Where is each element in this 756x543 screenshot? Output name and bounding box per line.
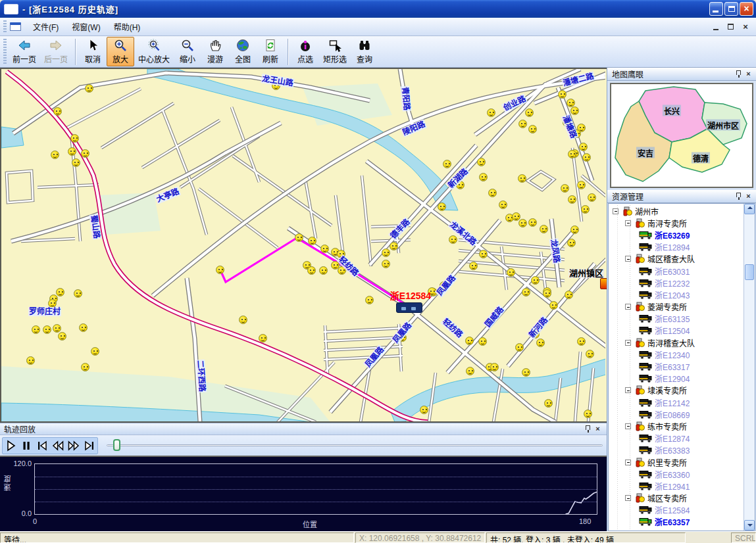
tree-vehicle-浙E63031[interactable]: 浙E63031	[609, 265, 743, 277]
restore-button[interactable]	[724, 2, 738, 16]
vehicle-position-smiley-icon[interactable]	[26, 356, 35, 365]
vehicle-position-smiley-icon[interactable]	[390, 242, 398, 250]
vehicle-position-smiley-icon[interactable]	[81, 149, 89, 158]
playback-step-end-button[interactable]	[82, 438, 97, 454]
overview-pin-button[interactable]	[734, 69, 743, 79]
playback-slider-thumb[interactable]	[113, 439, 120, 451]
scroll-up-button[interactable]	[744, 204, 755, 214]
vehicle-position-smiley-icon[interactable]	[561, 184, 569, 193]
vehicle-position-smiley-icon[interactable]	[465, 337, 474, 345]
tree-vehicle-浙E12941[interactable]: 浙E12941	[609, 480, 743, 492]
tree-vehicle-浙E63135[interactable]: 浙E63135	[609, 313, 743, 325]
vehicle-position-smiley-icon[interactable]	[584, 410, 592, 418]
tree-vehicle-浙E63357[interactable]: 浙E63357	[609, 516, 743, 528]
playback-slider-track[interactable]	[107, 444, 603, 446]
vehicle-position-smiley-icon[interactable]	[74, 289, 82, 298]
tree-vehicle-浙E12894[interactable]: 浙E12894	[609, 241, 743, 253]
vehicle-position-smiley-icon[interactable]	[568, 195, 576, 204]
vehicle-position-smiley-icon[interactable]	[70, 134, 79, 143]
tree-root-湖州市[interactable]: 湖州市	[609, 205, 743, 217]
tree-expander-icon[interactable]	[625, 340, 631, 346]
vehicle-position-smiley-icon[interactable]	[586, 350, 594, 358]
tree-expander-icon[interactable]	[625, 256, 631, 262]
toolbar-button-缩小[interactable]: 缩小	[174, 37, 201, 66]
mdi-minimize-button[interactable]	[711, 22, 722, 32]
scroll-down-button[interactable]	[744, 520, 755, 531]
vehicle-position-smiley-icon[interactable]	[528, 218, 537, 227]
vehicle-position-smiley-icon[interactable]	[469, 262, 478, 270]
vehicle-position-smiley-icon[interactable]	[579, 143, 588, 151]
tree-vehicle-浙E12504[interactable]: 浙E12504	[609, 325, 743, 337]
vehicle-position-smiley-icon[interactable]	[577, 181, 586, 189]
vehicle-position-smiley-icon[interactable]	[239, 316, 247, 324]
vehicle-position-smiley-icon[interactable]	[528, 125, 537, 133]
vehicle-position-smiley-icon[interactable]	[85, 84, 93, 93]
overview-map[interactable]: 长兴湖州市区安吉德清	[610, 83, 753, 188]
vehicle-position-smiley-icon[interactable]	[540, 225, 548, 233]
vehicle-position-smiley-icon[interactable]	[382, 260, 390, 268]
vehicle-position-smiley-icon[interactable]	[308, 237, 316, 245]
toolbar-button-前一页[interactable]: 前一页	[9, 37, 40, 66]
vehicle-position-smiley-icon[interactable]	[420, 406, 428, 414]
vehicle-position-smiley-icon[interactable]	[531, 276, 540, 285]
playback-fast-forward-button[interactable]	[66, 438, 82, 454]
map-viewport[interactable]: 龙王山路青阳路潘塘二路潘塘路创业路陵阳路新湖路大亭路蜀山路德丰路龙溪北路轻纺路轻…	[0, 68, 607, 423]
vehicle-position-smiley-icon[interactable]	[518, 120, 527, 128]
vehicle-position-smiley-icon[interactable]	[81, 363, 89, 371]
tree-expander-icon[interactable]	[625, 220, 631, 226]
tree-vehicle-浙E12874[interactable]: 浙E12874	[609, 433, 743, 444]
vehicle-position-smiley-icon[interactable]	[53, 107, 62, 116]
tree-group-城区稽查大队[interactable]: 城区稽查大队	[609, 253, 743, 265]
vehicle-position-smiley-icon[interactable]	[449, 235, 457, 244]
toolbar-button-矩形选[interactable]: 矩形选	[319, 37, 351, 66]
vehicle-position-smiley-icon[interactable]	[365, 296, 374, 304]
mdi-close-button[interactable]: ×	[740, 22, 751, 32]
tree-group-南浔专卖所[interactable]: 南浔专卖所	[609, 217, 743, 229]
scrollbar-thumb[interactable]	[745, 264, 754, 280]
tree-group-菱湖专卖所[interactable]: 菱湖专卖所	[609, 301, 743, 313]
vehicle-position-smiley-icon[interactable]	[570, 225, 579, 234]
tree-vehicle-浙E12904[interactable]: 浙E12904	[609, 373, 743, 385]
vehicle-position-smiley-icon[interactable]	[525, 108, 534, 117]
tree-vehicle-浙E12340[interactable]: 浙E12340	[609, 348, 743, 360]
tree-vehicle-浙E12584[interactable]: 浙E12584	[609, 504, 743, 516]
vehicle-position-smiley-icon[interactable]	[577, 337, 586, 346]
vehicle-position-smiley-icon[interactable]	[488, 189, 497, 197]
tree-vehicle-浙E09387[interactable]: 浙E09387	[609, 528, 743, 531]
vehicle-position-smiley-icon[interactable]	[53, 324, 61, 333]
vehicle-position-smiley-icon[interactable]	[382, 248, 390, 257]
tree-expander-icon[interactable]	[625, 460, 631, 465]
vehicle-position-smiley-icon[interactable]	[466, 367, 474, 375]
mdi-restore-button[interactable]	[726, 22, 736, 32]
toolbar-grip[interactable]	[3, 39, 7, 65]
playback-play-button[interactable]	[3, 438, 18, 454]
menubar-grip[interactable]	[3, 20, 7, 34]
tree-vehicle-浙E12142[interactable]: 浙E12142	[609, 396, 743, 408]
toolbar-button-放大[interactable]: 放大	[107, 37, 134, 66]
playback-rewind-button[interactable]	[50, 438, 66, 454]
toolbar-button-中心放大[interactable]: 中心放大	[134, 37, 174, 66]
vehicle-position-smiley-icon[interactable]	[79, 323, 88, 332]
tree-expander-icon[interactable]	[625, 387, 631, 393]
tree-group-练市专卖所[interactable]: 练市专卖所	[609, 420, 743, 432]
vehicle-position-smiley-icon[interactable]	[570, 106, 579, 115]
vehicle-position-smiley-icon[interactable]	[56, 288, 64, 296]
playback-step-start-button[interactable]	[34, 438, 50, 454]
vehicle-position-smiley-icon[interactable]	[565, 291, 573, 299]
vehicle-position-smiley-icon[interactable]	[478, 337, 487, 346]
vehicle-position-smiley-icon[interactable]	[588, 193, 596, 202]
vehicle-position-smiley-icon[interactable]	[536, 339, 545, 347]
tree-group-城区专卖所[interactable]: 城区专卖所	[609, 492, 743, 504]
resource-pin-button[interactable]	[734, 191, 743, 201]
minimize-button[interactable]	[709, 2, 723, 16]
vehicle-position-smiley-icon[interactable]	[259, 334, 267, 342]
vehicle-position-smiley-icon[interactable]	[487, 108, 495, 117]
vehicle-position-smiley-icon[interactable]	[543, 289, 551, 298]
tree-expander-icon[interactable]	[625, 304, 631, 310]
vehicle-position-smiley-icon[interactable]	[581, 205, 590, 214]
tree-vehicle-浙E63383[interactable]: 浙E63383	[609, 444, 743, 456]
tree-vehicle-浙E63317[interactable]: 浙E63317	[609, 360, 743, 372]
vehicle-position-smiley-icon[interactable]	[443, 160, 451, 168]
close-button[interactable]: ×	[740, 2, 753, 16]
vehicle-position-smiley-icon[interactable]	[522, 368, 530, 377]
